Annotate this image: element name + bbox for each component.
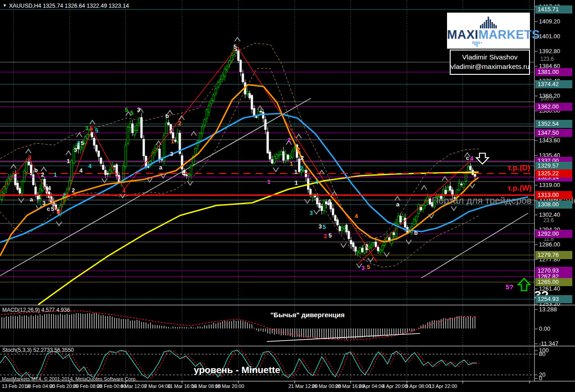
candle-body — [132, 124, 133, 133]
fractal-down-icon — [273, 168, 278, 172]
candle-body — [226, 66, 228, 70]
candle-body — [368, 247, 370, 249]
candle-body — [458, 183, 460, 190]
candle-body — [289, 156, 291, 159]
fractal-up-icon — [41, 167, 46, 171]
fractal-down-icon — [314, 210, 319, 214]
candle-body — [17, 183, 18, 190]
candle-body — [287, 155, 289, 159]
fractal-up-icon — [465, 153, 470, 157]
candle-body — [301, 170, 302, 172]
candle-body — [470, 166, 471, 170]
time-axis-label: 7 Mar 04:00 — [144, 383, 171, 389]
candle-body — [440, 196, 442, 199]
candle-body — [215, 89, 217, 93]
candle-body — [93, 138, 95, 146]
candle-body — [80, 147, 82, 150]
macd-scale-tick: 0.00 — [539, 325, 550, 332]
candle-body — [237, 51, 239, 61]
candle-body — [467, 167, 469, 172]
candle-body — [402, 217, 404, 220]
candle-body — [373, 242, 374, 243]
candle-body — [465, 173, 467, 181]
fractal-up-icon — [167, 110, 173, 114]
candle-body — [298, 159, 300, 172]
fractal-down-icon — [384, 252, 389, 256]
candle-body — [251, 96, 253, 109]
price-axis[interactable]: 1417.401409.201401.001392.801384.601376.… — [534, 0, 575, 381]
candle-body — [355, 247, 356, 251]
candle-body — [328, 203, 329, 205]
candle-body — [217, 82, 219, 88]
candle-body — [35, 187, 37, 194]
fractal-up-icon — [191, 132, 196, 136]
candle-body — [436, 196, 438, 201]
fractal-up-icon — [26, 149, 31, 153]
candle-body — [397, 216, 399, 224]
candle-body — [285, 154, 287, 160]
fractal-up-icon — [126, 112, 131, 116]
candle-body — [100, 158, 102, 164]
candle-body — [125, 145, 127, 167]
candle-body — [219, 80, 221, 82]
candle-body — [188, 175, 190, 177]
candle-body — [253, 109, 255, 116]
chart-canvas[interactable] — [0, 0, 575, 392]
fractal-up-icon — [138, 109, 143, 113]
candle-body — [370, 245, 372, 248]
price-badge-teal: 1329.57 — [535, 162, 572, 170]
candle-body — [186, 175, 187, 176]
candle-body — [321, 206, 323, 210]
candle-body — [19, 188, 21, 193]
candle-body — [174, 140, 176, 141]
stoch-indicator-label: Stoch(5,3,3) 52.2733 56.3550 — [2, 347, 74, 354]
price-tick: 1401.00 — [539, 33, 560, 40]
candle-body — [177, 133, 178, 142]
minuette-annotation: уровень - Minuette — [194, 365, 280, 375]
candle-body — [445, 190, 447, 194]
down-arrow-icon[interactable] — [476, 153, 488, 164]
candle-body — [377, 247, 379, 251]
time-axis-label: 18 Mar 20:00 — [215, 383, 244, 389]
candle-body — [346, 225, 347, 232]
candle-body — [190, 166, 192, 175]
candle-body — [195, 148, 196, 155]
fractal-up-icon — [77, 133, 82, 137]
candle-body — [168, 123, 169, 125]
candle-body — [107, 173, 109, 174]
candle-body — [23, 171, 25, 182]
candle-body — [129, 123, 131, 128]
candle-body — [87, 135, 88, 138]
candle-body — [136, 125, 138, 131]
divergence-trendline[interactable] — [267, 333, 420, 342]
candle-body — [420, 207, 422, 210]
candle-body — [201, 127, 203, 134]
candle-body — [143, 139, 145, 156]
time-axis[interactable]: 13 Feb 201418 Feb 04:0020 Feb 20:0025 Fe… — [0, 382, 575, 392]
candle-body — [276, 155, 278, 159]
up-arrow-icon[interactable] — [518, 278, 530, 291]
candle-body — [224, 69, 226, 76]
mt4-chart-window[interactable]: ▼XAUUSD,H4 1325.74 1326.64 1322.49 1323.… — [0, 0, 575, 392]
stoch-scale-tick: 0 — [539, 375, 542, 382]
fractal-down-icon — [356, 264, 362, 268]
candle-body — [134, 131, 136, 135]
fractal-down-icon — [341, 243, 346, 247]
time-axis-label: 9 Apr 08:00 — [406, 383, 431, 389]
candle-body — [422, 205, 424, 209]
candle-body — [21, 182, 23, 194]
candle-body — [274, 156, 275, 163]
candle-body — [434, 203, 435, 207]
price-badge-red: 1313.00 — [535, 191, 572, 199]
red-trendline[interactable] — [0, 47, 377, 262]
fractal-up-icon — [179, 116, 184, 120]
candle-body — [461, 184, 462, 185]
candle-body — [242, 74, 244, 82]
candle-body — [246, 91, 248, 94]
candle-body — [375, 242, 377, 247]
candle-body — [400, 216, 402, 222]
macd-scale-tick: 13.288 — [539, 306, 557, 313]
white-trendline[interactable] — [421, 213, 528, 278]
candle-body — [183, 170, 185, 175]
price-tick: 1343.60 — [539, 137, 560, 144]
